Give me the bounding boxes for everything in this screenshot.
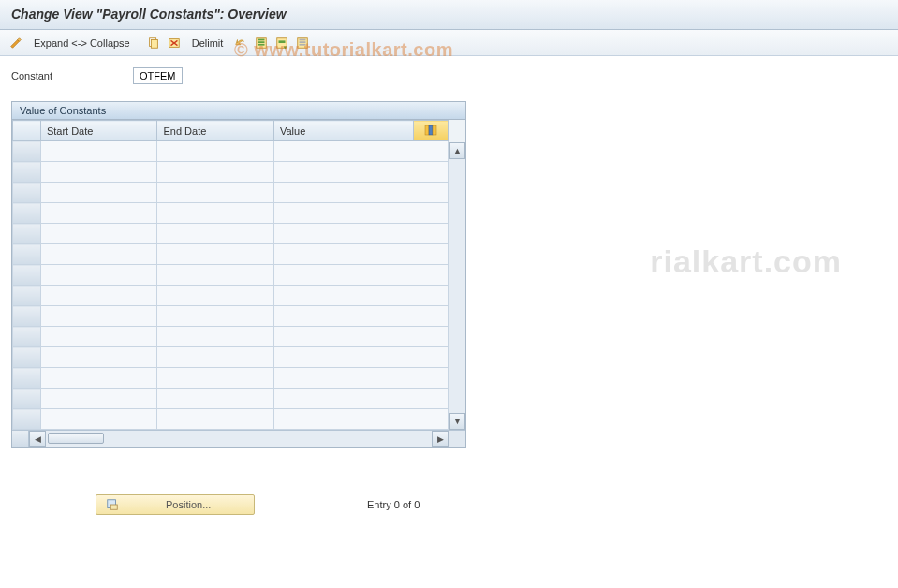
cell-start-date[interactable]	[40, 306, 157, 327]
row-selector[interactable]	[13, 306, 41, 327]
col-end-date[interactable]: End Date	[157, 121, 274, 141]
cell-value[interactable]	[273, 409, 448, 430]
svg-rect-1	[151, 39, 157, 48]
select-block-icon[interactable]	[273, 35, 290, 51]
row-selector[interactable]	[13, 224, 41, 244]
cell-end-date[interactable]	[157, 347, 274, 368]
col-value[interactable]: Value	[273, 121, 413, 141]
svg-rect-14	[300, 43, 306, 45]
cell-end-date[interactable]	[157, 265, 274, 286]
scroll-up-icon[interactable]: ▲	[449, 142, 465, 159]
cell-start-date[interactable]	[40, 203, 157, 224]
value-of-constants-panel: Value of Constants Start Date End Date V…	[11, 101, 466, 448]
scroll-left-icon[interactable]: ◀	[29, 431, 46, 447]
position-button[interactable]: Position...	[96, 494, 255, 515]
cell-end-date[interactable]	[157, 368, 274, 389]
cell-value[interactable]	[273, 306, 448, 327]
cell-value[interactable]	[273, 183, 448, 203]
cell-value[interactable]	[273, 141, 448, 162]
cell-end-date[interactable]	[157, 183, 274, 203]
svg-rect-12	[300, 38, 306, 40]
cell-start-date[interactable]	[40, 368, 157, 389]
row-selector[interactable]	[13, 409, 41, 430]
table-config-button[interactable]	[414, 121, 449, 141]
cell-value[interactable]	[273, 389, 448, 409]
cell-start-date[interactable]	[40, 141, 157, 162]
cell-value[interactable]	[273, 347, 448, 368]
scroll-down-icon[interactable]: ▼	[449, 413, 465, 430]
constant-label: Constant	[11, 70, 133, 81]
row-selector[interactable]	[13, 183, 41, 203]
panel-title: Value of Constants	[12, 102, 465, 120]
toolbar: Expand <-> Collapse Delimit	[0, 30, 898, 56]
cell-start-date[interactable]	[40, 244, 157, 265]
row-selector[interactable]	[13, 327, 41, 347]
scroll-right-icon[interactable]: ▶	[432, 431, 449, 447]
table-row	[13, 409, 449, 430]
delete-icon[interactable]	[166, 35, 183, 51]
title-bar: Change View "Payroll Constants": Overvie…	[0, 0, 898, 30]
table-row	[13, 265, 449, 286]
cell-value[interactable]	[273, 327, 448, 347]
cell-start-date[interactable]	[40, 162, 157, 183]
row-selector[interactable]	[13, 203, 41, 224]
cell-end-date[interactable]	[157, 162, 274, 183]
expand-collapse-button[interactable]: Expand <-> Collapse	[28, 36, 136, 51]
row-selector[interactable]	[13, 389, 41, 409]
toggle-display-icon[interactable]	[7, 35, 24, 51]
cell-value[interactable]	[273, 265, 448, 286]
cell-end-date[interactable]	[157, 306, 274, 327]
col-start-date[interactable]: Start Date	[40, 121, 157, 141]
cell-value[interactable]	[273, 368, 448, 389]
hscroll-track[interactable]	[46, 431, 432, 447]
cell-start-date[interactable]	[40, 347, 157, 368]
constant-value[interactable]: OTFEM	[133, 67, 183, 84]
cell-start-date[interactable]	[40, 224, 157, 244]
row-selector[interactable]	[13, 162, 41, 183]
cell-start-date[interactable]	[40, 265, 157, 286]
cell-end-date[interactable]	[157, 203, 274, 224]
select-all-icon[interactable]	[253, 35, 270, 51]
cell-end-date[interactable]	[157, 409, 274, 430]
deselect-all-icon[interactable]	[294, 35, 311, 51]
undo-icon[interactable]	[232, 35, 249, 51]
table-row	[13, 306, 449, 327]
row-selector[interactable]	[13, 347, 41, 368]
delimit-button[interactable]: Delimit	[186, 36, 229, 51]
cell-end-date[interactable]	[157, 286, 274, 306]
cell-value[interactable]	[273, 224, 448, 244]
cell-start-date[interactable]	[40, 389, 157, 409]
table-row	[13, 244, 449, 265]
scroll-track[interactable]	[449, 159, 465, 413]
cell-value[interactable]	[273, 244, 448, 265]
row-selector[interactable]	[13, 286, 41, 306]
cell-end-date[interactable]	[157, 141, 274, 162]
horizontal-scrollbar[interactable]: ◀ ▶	[12, 430, 465, 447]
row-selector[interactable]	[13, 265, 41, 286]
cell-end-date[interactable]	[157, 327, 274, 347]
cell-value[interactable]	[273, 286, 448, 306]
table-row	[13, 347, 449, 368]
cell-end-date[interactable]	[157, 244, 274, 265]
vertical-scrollbar[interactable]: ▲ ▼	[449, 142, 465, 430]
svg-rect-10	[279, 40, 286, 43]
svg-rect-6	[258, 38, 265, 40]
row-selector[interactable]	[13, 244, 41, 265]
cell-value[interactable]	[273, 203, 448, 224]
cell-end-date[interactable]	[157, 389, 274, 409]
cell-start-date[interactable]	[40, 327, 157, 347]
row-selector-header[interactable]	[13, 121, 41, 141]
copy-icon[interactable]	[145, 35, 162, 51]
table-row	[13, 389, 449, 409]
position-label: Position...	[166, 499, 211, 510]
cell-value[interactable]	[273, 162, 448, 183]
table-row	[13, 327, 449, 347]
scroll-corner-right	[449, 431, 465, 447]
row-selector[interactable]	[13, 368, 41, 389]
hscroll-thumb[interactable]	[48, 433, 104, 444]
cell-start-date[interactable]	[40, 286, 157, 306]
cell-start-date[interactable]	[40, 183, 157, 203]
cell-start-date[interactable]	[40, 409, 157, 430]
cell-end-date[interactable]	[157, 224, 274, 244]
row-selector[interactable]	[13, 141, 41, 162]
